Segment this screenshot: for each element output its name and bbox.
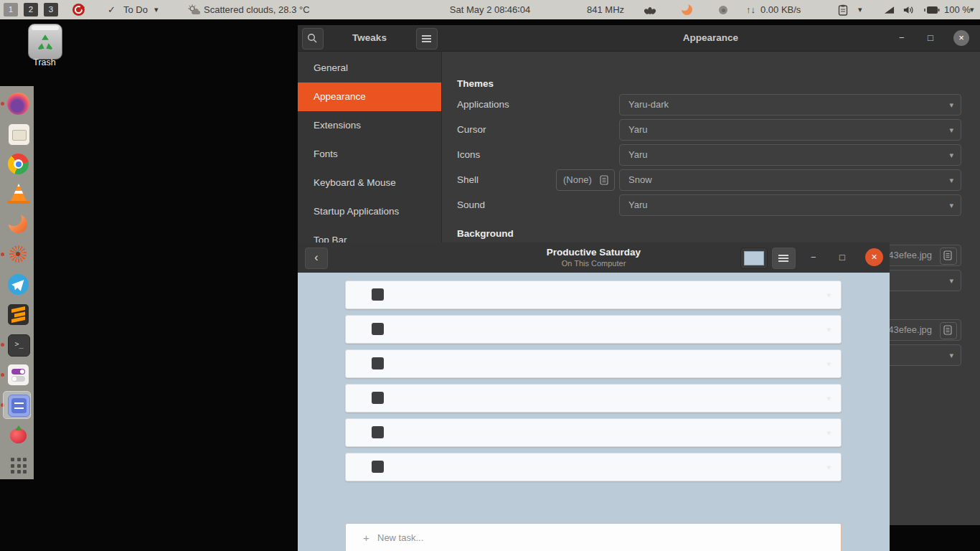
- tweaks-header: Tweaks Appearance − □ ×: [298, 25, 980, 52]
- maximize-button[interactable]: □: [928, 25, 933, 51]
- sidebar-item-general[interactable]: General: [298, 54, 441, 83]
- minimize-button[interactable]: −: [811, 242, 816, 273]
- battery-icon[interactable]: [924, 6, 940, 14]
- shell-theme-select[interactable]: Snow ▾: [619, 169, 961, 191]
- screen-recorder-icon[interactable]: [72, 4, 85, 16]
- dock-item-todo[interactable]: [4, 392, 30, 418]
- sidebar-item-keyboard-mouse[interactable]: Keyboard & Mouse: [298, 169, 441, 197]
- cursor-theme-select[interactable]: Yaru ▾: [619, 119, 961, 141]
- chevron-down-icon: ▾: [154, 0, 159, 19]
- menu-button[interactable]: [416, 28, 438, 50]
- icons-theme-select[interactable]: Yaru ▾: [619, 144, 961, 166]
- applications-theme-value: Yaru-dark: [628, 95, 669, 115]
- icons-label: Icons: [457, 149, 480, 160]
- tweaks-toggles-icon: [8, 364, 29, 385]
- vlc-cone-base: [7, 201, 30, 204]
- dock-item-strawberry[interactable]: [4, 422, 30, 448]
- task-checkbox[interactable]: [372, 392, 384, 404]
- leaf-applet-icon[interactable]: [644, 5, 656, 14]
- network-speed[interactable]: 0.00 KB/s: [760, 0, 801, 19]
- dock-item-sublime[interactable]: [4, 301, 30, 328]
- chevron-down-icon[interactable]: ▾: [858, 0, 862, 19]
- minimize-button[interactable]: −: [899, 25, 905, 51]
- dock-item-telegram[interactable]: [4, 271, 30, 298]
- strawberry-icon: [10, 428, 27, 443]
- workspace-3-button[interactable]: 3: [44, 3, 58, 17]
- todo-menu-button[interactable]: [772, 248, 796, 269]
- applications-label: Applications: [457, 99, 509, 110]
- todo-window: ‹ Productive Saturday On This Computer −…: [298, 242, 890, 551]
- close-button[interactable]: ×: [953, 30, 969, 46]
- speaker-icon[interactable]: [903, 5, 915, 15]
- cpu-frequency[interactable]: 841 MHz: [587, 0, 624, 19]
- task-checkbox[interactable]: [372, 426, 384, 438]
- vlc-cone-icon: [9, 184, 28, 201]
- orange-burst-icon: [9, 245, 27, 263]
- sidebar-item-extensions[interactable]: Extensions: [298, 111, 441, 140]
- chevron-down-icon[interactable]: ▾: [826, 385, 831, 412]
- task-row[interactable]: ▾: [345, 281, 842, 309]
- background-image-filename: a43efee.jpg: [883, 245, 932, 265]
- task-row[interactable]: ▾: [345, 384, 842, 413]
- firefox-icon: [7, 93, 29, 115]
- trash-icon[interactable]: [28, 24, 62, 60]
- task-row[interactable]: ▾: [345, 418, 842, 447]
- workspace-2-button[interactable]: 2: [24, 3, 38, 17]
- battery-percentage[interactable]: 100 %: [944, 0, 971, 19]
- network-signal-icon[interactable]: [884, 6, 895, 14]
- workspace-1-button[interactable]: 1: [4, 3, 18, 17]
- color-swatch: [744, 251, 764, 265]
- chevron-down-icon[interactable]: ▾: [826, 350, 831, 377]
- status-dot-icon[interactable]: [719, 6, 727, 14]
- dock-item-files[interactable]: [4, 121, 30, 147]
- shell-theme-value: Snow: [628, 170, 652, 190]
- task-row[interactable]: ▾: [345, 453, 842, 481]
- maximize-button[interactable]: □: [839, 242, 845, 273]
- orange-crescent-applet-icon[interactable]: [682, 4, 692, 15]
- chevron-down-icon: ▾: [949, 170, 953, 190]
- sidebar-item-appearance[interactable]: Appearance: [298, 83, 441, 111]
- chevron-down-icon: ▾: [949, 195, 953, 215]
- dock-item-tweaks[interactable]: [4, 362, 30, 388]
- applications-theme-select[interactable]: Yaru-dark ▾: [619, 94, 961, 116]
- task-checkbox[interactable]: [372, 288, 384, 301]
- dock-item-terminal[interactable]: >_: [4, 331, 30, 358]
- task-checkbox[interactable]: [372, 323, 384, 335]
- chevron-down-icon[interactable]: ▾: [826, 316, 831, 343]
- background-heading: Background: [457, 228, 514, 239]
- task-row[interactable]: ▾: [345, 315, 842, 344]
- copy-icon: [942, 324, 953, 336]
- todo-task-list: ▾ ▾ ▾ ▾ ▾: [298, 273, 890, 551]
- plus-icon: +: [363, 524, 369, 551]
- sound-theme-select[interactable]: Yaru ▾: [619, 194, 961, 216]
- sidebar-item-fonts[interactable]: Fonts: [298, 140, 441, 169]
- task-row[interactable]: ▾: [345, 349, 842, 378]
- dock-item-peel-app[interactable]: [4, 211, 30, 237]
- new-task-input[interactable]: + New task...: [345, 523, 842, 551]
- close-button[interactable]: ×: [865, 248, 883, 266]
- chevron-down-icon[interactable]: ▾: [826, 419, 831, 446]
- dock-item-burst-app[interactable]: [4, 241, 30, 268]
- terminal-icon: >_: [8, 334, 30, 357]
- copy-filename-button[interactable]: [940, 248, 957, 265]
- task-checkbox[interactable]: [372, 357, 384, 369]
- sidebar-item-startup-applications[interactable]: Startup Applications: [298, 197, 441, 226]
- clipboard-icon[interactable]: [838, 4, 848, 16]
- copy-filename-button[interactable]: [940, 322, 957, 339]
- task-checkbox[interactable]: [372, 461, 384, 473]
- dock-item-firefox[interactable]: [4, 90, 30, 117]
- cursor-label: Cursor: [457, 124, 486, 135]
- chevron-down-icon[interactable]: ▾: [970, 0, 974, 19]
- clock[interactable]: Sat May 2 08∶46∶04: [450, 0, 530, 19]
- top-bar: 1 2 3 ✓ To Do ▾ Scattered clouds, 28.3 °…: [0, 0, 980, 19]
- dock-item-vlc[interactable]: [4, 181, 30, 207]
- todo-indicator[interactable]: To Do: [123, 0, 148, 19]
- chevron-down-icon[interactable]: ▾: [826, 281, 831, 309]
- dock-item-app-grid[interactable]: [4, 452, 30, 479]
- chevron-down-icon[interactable]: ▾: [826, 453, 831, 481]
- weather-icon: [188, 4, 200, 15]
- weather-text[interactable]: Scattered clouds, 28.3 °C: [204, 0, 310, 19]
- list-color-button[interactable]: [740, 248, 768, 269]
- shell-none-button[interactable]: (None): [556, 169, 615, 191]
- dock-item-chrome[interactable]: [4, 151, 30, 177]
